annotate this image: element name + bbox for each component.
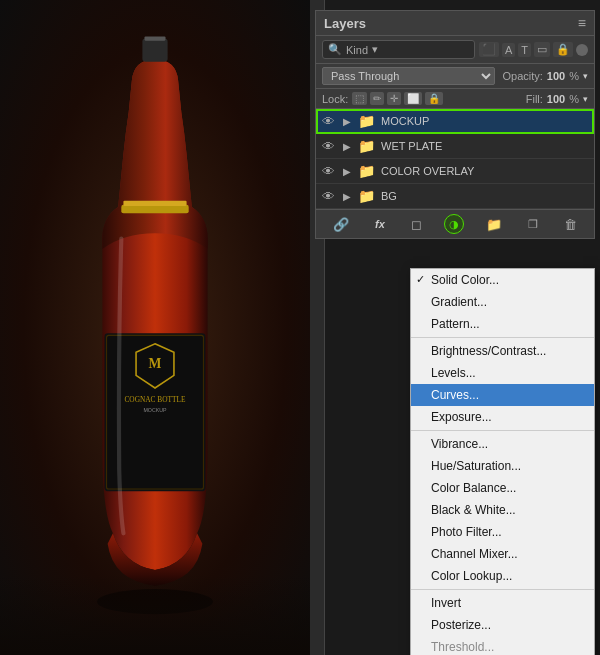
lock-move-icon[interactable]: ✛ bbox=[387, 92, 401, 105]
mask-button[interactable]: ◻ bbox=[407, 215, 426, 234]
lock-icons: ⬚ ✏ ✛ ⬜ 🔒 bbox=[352, 92, 443, 105]
menu-item-threshold[interactable]: Threshold... bbox=[411, 636, 594, 655]
folder-icon-wetplate: 📁 bbox=[358, 138, 376, 154]
svg-rect-3 bbox=[142, 38, 167, 61]
opacity-value[interactable]: 100 bbox=[547, 70, 565, 82]
layer-name-coloroverlay: COLOR OVERLAY bbox=[381, 165, 588, 177]
svg-text:MOCKUP: MOCKUP bbox=[143, 407, 167, 413]
layers-filter-row: 🔍 Kind ▾ ⬛ A T ▭ 🔒 bbox=[316, 36, 594, 64]
folder-icon-bg: 📁 bbox=[358, 188, 376, 204]
menu-item-curves[interactable]: Curves... bbox=[411, 384, 594, 406]
layers-panel: Layers ≡ 🔍 Kind ▾ ⬛ A T ▭ 🔒 Pass Through… bbox=[315, 10, 595, 239]
fill-label: Fill: bbox=[526, 93, 543, 105]
menu-item-exposure[interactable]: Exposure... bbox=[411, 406, 594, 428]
folder-icon-mockup: 📁 bbox=[358, 113, 376, 129]
svg-text:COGNAC BOTTLE: COGNAC BOTTLE bbox=[124, 394, 186, 403]
layers-panel-title: Layers bbox=[324, 16, 366, 31]
visibility-icon-wetplate[interactable]: 👁 bbox=[322, 139, 338, 154]
adjustment-dropdown-menu: Solid Color... Gradient... Pattern... Br… bbox=[410, 268, 595, 655]
fill-percent: % bbox=[569, 93, 579, 105]
pixel-filter-icon[interactable]: ⬛ bbox=[479, 42, 499, 57]
fill-value[interactable]: 100 bbox=[547, 93, 565, 105]
layers-panel-header: Layers ≡ bbox=[316, 11, 594, 36]
filter-icons: ⬛ A T ▭ 🔒 bbox=[479, 42, 588, 57]
expand-arrow-mockup[interactable]: ▶ bbox=[343, 116, 353, 127]
menu-item-huesaturation[interactable]: Hue/Saturation... bbox=[411, 455, 594, 477]
opacity-label: Opacity: bbox=[503, 70, 543, 82]
adjustment-filter-icon[interactable]: A bbox=[502, 43, 515, 57]
visibility-icon-bg[interactable]: 👁 bbox=[322, 189, 338, 204]
new-folder-button[interactable]: 📁 bbox=[482, 215, 506, 234]
menu-item-colorlookup[interactable]: Color Lookup... bbox=[411, 565, 594, 587]
svg-rect-1 bbox=[121, 204, 188, 212]
lock-artboard-icon[interactable]: ⬜ bbox=[404, 92, 422, 105]
link-button[interactable]: 🔗 bbox=[329, 215, 353, 234]
shape-filter-icon[interactable]: ▭ bbox=[534, 42, 550, 57]
menu-item-levels[interactable]: Levels... bbox=[411, 362, 594, 384]
lock-row: Lock: ⬚ ✏ ✛ ⬜ 🔒 Fill: 100 % ▾ bbox=[316, 89, 594, 109]
layer-name-wetplate: WET PLATE bbox=[381, 140, 588, 152]
lock-all-icon[interactable]: 🔒 bbox=[425, 92, 443, 105]
smartobject-filter-icon[interactable]: 🔒 bbox=[553, 42, 573, 57]
visibility-icon-mockup[interactable]: 👁 bbox=[322, 114, 338, 129]
menu-item-pattern[interactable]: Pattern... bbox=[411, 313, 594, 335]
expand-arrow-wetplate[interactable]: ▶ bbox=[343, 141, 353, 152]
layers-list: 👁 ▶ 📁 MOCKUP 👁 ▶ 📁 WET PLATE 👁 ▶ 📁 COLOR… bbox=[316, 109, 594, 209]
layers-menu-icon[interactable]: ≡ bbox=[578, 15, 586, 31]
search-icon: 🔍 bbox=[328, 43, 342, 56]
blend-mode-select[interactable]: Pass Through Normal Multiply bbox=[322, 67, 495, 85]
lock-transparency-icon[interactable]: ⬚ bbox=[352, 92, 367, 105]
layer-row-coloroverlay[interactable]: 👁 ▶ 📁 COLOR OVERLAY bbox=[316, 159, 594, 184]
svg-text:M: M bbox=[149, 356, 162, 371]
layer-row-mockup[interactable]: 👁 ▶ 📁 MOCKUP bbox=[316, 109, 594, 134]
lock-label: Lock: bbox=[322, 93, 348, 105]
kind-label: Kind bbox=[346, 44, 368, 56]
kind-dropdown-arrow: ▾ bbox=[372, 43, 378, 56]
canvas-area: M COGNAC BOTTLE MOCKUP bbox=[0, 0, 310, 655]
folder-icon-coloroverlay: 📁 bbox=[358, 163, 376, 179]
menu-item-photofilter[interactable]: Photo Filter... bbox=[411, 521, 594, 543]
menu-item-solidcolor[interactable]: Solid Color... bbox=[411, 269, 594, 291]
layer-name-mockup: MOCKUP bbox=[381, 115, 588, 127]
opacity-percent: % bbox=[569, 70, 579, 82]
layer-name-bg: BG bbox=[381, 190, 588, 202]
expand-arrow-bg[interactable]: ▶ bbox=[343, 191, 353, 202]
lock-brush-icon[interactable]: ✏ bbox=[370, 92, 384, 105]
menu-item-gradient[interactable]: Gradient... bbox=[411, 291, 594, 313]
menu-item-blackwhite[interactable]: Black & White... bbox=[411, 499, 594, 521]
filter-toggle[interactable] bbox=[576, 44, 588, 56]
menu-item-invert[interactable]: Invert bbox=[411, 592, 594, 614]
menu-divider-2 bbox=[411, 430, 594, 431]
menu-item-posterize[interactable]: Posterize... bbox=[411, 614, 594, 636]
menu-item-vibrance[interactable]: Vibrance... bbox=[411, 433, 594, 455]
layers-toolbar: 🔗 fx ◻ ◑ 📁 ❐ 🗑 bbox=[316, 209, 594, 238]
fill-dropdown-arrow[interactable]: ▾ bbox=[583, 94, 588, 104]
layer-row-bg[interactable]: 👁 ▶ 📁 BG bbox=[316, 184, 594, 209]
menu-item-colorbalance[interactable]: Color Balance... bbox=[411, 477, 594, 499]
expand-arrow-coloroverlay[interactable]: ▶ bbox=[343, 166, 353, 177]
svg-rect-2 bbox=[123, 200, 186, 205]
layer-row-wetplate[interactable]: 👁 ▶ 📁 WET PLATE bbox=[316, 134, 594, 159]
duplicate-button[interactable]: ❐ bbox=[524, 216, 542, 233]
visibility-icon-coloroverlay[interactable]: 👁 bbox=[322, 164, 338, 179]
menu-item-brightnesscontrast[interactable]: Brightness/Contrast... bbox=[411, 340, 594, 362]
adjustment-layer-button[interactable]: ◑ bbox=[444, 214, 464, 234]
delete-button[interactable]: 🗑 bbox=[560, 215, 581, 234]
type-filter-icon[interactable]: T bbox=[518, 43, 531, 57]
menu-item-channelmixer[interactable]: Channel Mixer... bbox=[411, 543, 594, 565]
svg-rect-4 bbox=[144, 36, 165, 40]
kind-filter-dropdown[interactable]: 🔍 Kind ▾ bbox=[322, 40, 475, 59]
blend-mode-row: Pass Through Normal Multiply Opacity: 10… bbox=[316, 64, 594, 89]
opacity-dropdown-arrow[interactable]: ▾ bbox=[583, 71, 588, 81]
menu-divider-3 bbox=[411, 589, 594, 590]
menu-divider-1 bbox=[411, 337, 594, 338]
fx-button[interactable]: fx bbox=[371, 216, 389, 232]
